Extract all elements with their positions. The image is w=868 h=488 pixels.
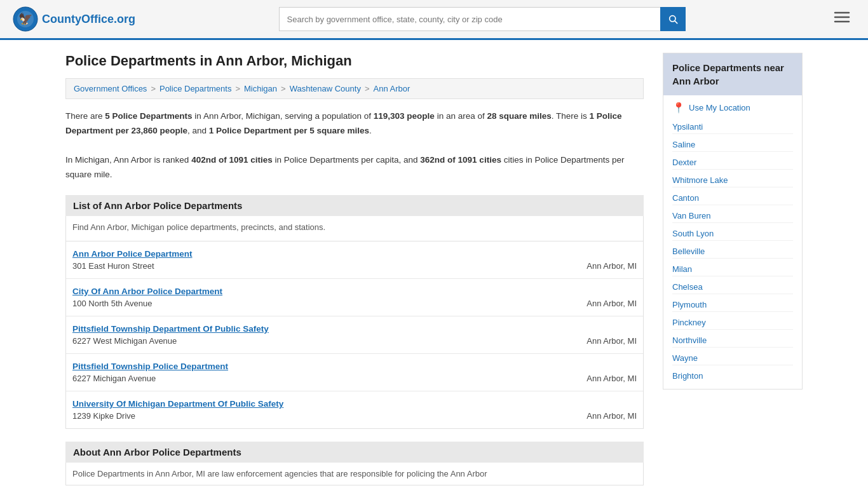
dept-count: 5 [105,111,110,121]
dept-city: Ann Arbor, MI [587,374,637,383]
use-my-location-link[interactable]: 📍 Use My Location [672,102,793,114]
sidebar-nearby-link[interactable]: Chelsea [672,280,793,294]
svg-line-4 [675,21,677,24]
search-icon [668,14,678,24]
per-sqmile: 1 Police Department per 5 square miles [209,126,369,135]
sidebar-links: YpsilantiSalineDexterWhitmore LakeCanton… [672,120,793,383]
breadcrumb-michigan[interactable]: Michigan [244,84,277,93]
sidebar-nearby-link[interactable]: Saline [672,138,793,152]
sidebar-title: Police Departments near Ann Arbor [663,53,802,95]
dept-name-link[interactable]: Pittsfield Township Police Department [72,362,637,371]
dept-row: Pittsfield Township Police Department622… [66,354,643,391]
dept-list: Find Ann Arbor, Michigan police departme… [65,216,644,429]
sidebar-nearby-link[interactable]: Belleville [672,245,793,259]
search-button[interactable] [660,7,686,31]
hamburger-icon [834,10,850,24]
sidebar-nearby-link[interactable]: Brighton [672,369,793,383]
sidebar-nearby-link[interactable]: Ypsilanti [672,120,793,134]
rank-sqmile: 362nd of 1091 cities [420,155,501,165]
dept-address: 100 North 5th Avenue [72,299,153,308]
area: 28 square miles [487,111,551,121]
site-header: 🦅 CountyOffice.org [0,0,868,40]
sidebar-nearby-link[interactable]: Milan [672,262,793,276]
sidebar-nearby-link[interactable]: Canton [672,191,793,205]
dept-row-bottom: 301 East Huron StreetAnn Arbor, MI [72,261,637,271]
dept-name-link[interactable]: University Of Michigan Department Of Pub… [72,399,637,409]
logo[interactable]: 🦅 CountyOffice.org [13,6,135,32]
dept-row-bottom: 6227 West Michigan AvenueAnn Arbor, MI [72,336,637,346]
dept-row-bottom: 6227 Michigan AvenueAnn Arbor, MI [72,374,637,383]
dept-name-link[interactable]: City Of Ann Arbor Police Department [72,287,637,296]
hamburger-menu-button[interactable] [829,8,855,30]
search-area [279,7,686,31]
about-text: Police Departments in Ann Arbor, MI are … [65,463,644,485]
sidebar-nearby-link[interactable]: Dexter [672,156,793,170]
breadcrumb-ann-arbor[interactable]: Ann Arbor [373,84,410,93]
dept-row: University Of Michigan Department Of Pub… [66,391,643,428]
svg-text:🦅: 🦅 [18,12,33,26]
page-title: Police Departments in Ann Arbor, Michiga… [65,53,644,69]
sidebar-nearby-link[interactable]: South Lyon [672,227,793,241]
breadcrumb-washtenaw-county[interactable]: Washtenaw County [290,84,361,93]
breadcrumb-sep-1: > [151,84,156,93]
sidebar-nearby-link[interactable]: Whitmore Lake [672,173,793,187]
dept-rows-container: Ann Arbor Police Department301 East Huro… [66,241,643,428]
main-column: Police Departments in Ann Arbor, Michiga… [65,53,644,485]
about-section-header: About Ann Arbor Police Departments [65,442,644,463]
dept-row-bottom: 100 North 5th AvenueAnn Arbor, MI [72,299,637,308]
sidebar-nearby-link[interactable]: Wayne [672,351,793,365]
dept-name-link[interactable]: Ann Arbor Police Department [72,249,637,259]
logo-text: CountyOffice.org [42,13,135,26]
breadcrumb-sep-2: > [235,84,240,93]
population: 119,303 people [374,111,435,121]
breadcrumb: Government Offices > Police Departments … [65,78,644,99]
breadcrumb-sep-3: > [281,84,286,93]
dept-address: 6227 Michigan Avenue [72,374,156,383]
sidebar-box: Police Departments near Ann Arbor 📍 Use … [663,53,803,390]
content-wrap: Police Departments in Ann Arbor, Michiga… [53,40,815,488]
breadcrumb-sep-4: > [365,84,370,93]
dept-address: 6227 West Michigan Avenue [72,336,177,346]
sidebar-nearby-link[interactable]: Northville [672,334,793,348]
sidebar: Police Departments near Ann Arbor 📍 Use … [663,53,803,485]
sidebar-content: 📍 Use My Location YpsilantiSalineDexterW… [663,95,802,389]
dept-list-subtext: Find Ann Arbor, Michigan police departme… [66,216,643,241]
sidebar-nearby-link[interactable]: Plymouth [672,298,793,312]
rank-capita: 402nd of 1091 cities [191,155,273,165]
breadcrumb-government-offices[interactable]: Government Offices [74,84,147,93]
search-input[interactable] [279,7,660,31]
dept-row: City Of Ann Arbor Police Department100 N… [66,279,643,316]
dept-city: Ann Arbor, MI [587,299,637,308]
dept-city: Ann Arbor, MI [587,261,637,271]
description-block: There are 5 Police Departments in Ann Ar… [65,109,644,182]
dept-name-link[interactable]: Pittsfield Township Department Of Public… [72,324,637,334]
logo-icon: 🦅 [13,6,38,32]
dept-row: Pittsfield Township Department Of Public… [66,316,643,354]
dept-city: Ann Arbor, MI [587,336,637,346]
location-pin-icon: 📍 [672,102,685,114]
breadcrumb-police-departments[interactable]: Police Departments [159,84,231,93]
use-location-label: Use My Location [689,103,750,112]
list-section-header: List of Ann Arbor Police Departments [65,195,644,216]
dept-row-bottom: 1239 Kipke DriveAnn Arbor, MI [72,411,637,421]
about-section: About Ann Arbor Police Departments Polic… [65,442,644,485]
sidebar-nearby-link[interactable]: Pinckney [672,316,793,330]
dept-city: Ann Arbor, MI [587,411,637,421]
dept-address: 1239 Kipke Drive [72,411,135,421]
dept-address: 301 East Huron Street [72,261,154,271]
dept-row: Ann Arbor Police Department301 East Huro… [66,241,643,279]
sidebar-nearby-link[interactable]: Van Buren [672,209,793,223]
